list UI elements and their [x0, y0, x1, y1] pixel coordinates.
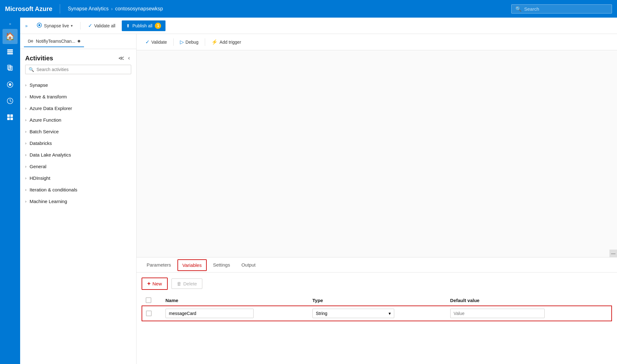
tab-parameters[interactable]: Parameters: [142, 259, 176, 271]
canvas-divider-1: [173, 38, 174, 46]
sidebar-item-monitor[interactable]: [3, 94, 18, 109]
validate-all-label: Validate all: [94, 23, 115, 28]
sidebar-item-storage[interactable]: [3, 45, 18, 60]
activity-chevron-icon-11: ›: [25, 199, 26, 204]
storage-icon: [6, 48, 14, 58]
activity-label-azure-data-explorer: Azure Data Explorer: [30, 106, 72, 111]
tab-settings[interactable]: Settings: [208, 259, 235, 271]
manage-icon: [6, 113, 14, 123]
sidebar-item-documents[interactable]: [3, 62, 18, 77]
activity-chevron-icon-4: ›: [25, 118, 26, 122]
activity-chevron-icon-3: ›: [25, 106, 26, 111]
activity-chevron-icon-8: ›: [25, 164, 26, 169]
svg-rect-4: [8, 66, 12, 70]
activity-label-batch-service: Batch Service: [30, 129, 59, 134]
select-all-checkbox[interactable]: [146, 297, 151, 303]
svg-rect-1: [7, 51, 13, 52]
data-icon: [6, 81, 14, 90]
pipeline-tab-label: NotifiyTeamsChan...: [36, 39, 75, 44]
activities-search-input[interactable]: [36, 67, 128, 72]
svg-rect-0: [7, 49, 13, 51]
trash-icon: 🗑: [177, 281, 182, 286]
var-type-chevron-icon: ▾: [389, 311, 391, 316]
new-variable-button[interactable]: + New: [142, 278, 168, 290]
synapse-live-button[interactable]: Synapse live ▾: [33, 20, 76, 31]
debug-button[interactable]: ▷ Debug: [176, 37, 202, 47]
sidebar-item-manage[interactable]: [3, 111, 18, 126]
activity-label-azure-function: Azure Function: [30, 117, 61, 123]
row-checkbox-cell: [142, 306, 162, 321]
canvas-area: ✓ Validate ▷ Debug ⚡ Add trigger: [137, 34, 617, 364]
activity-item-hdinsight[interactable]: › HDInsight: [20, 172, 136, 184]
pipeline-tab[interactable]: NotifiyTeamsChan...: [24, 36, 84, 47]
table-row: String ▾: [142, 306, 612, 321]
collapse-icons: ≪ ‹: [117, 54, 131, 62]
toolbar-divider-1: [80, 22, 81, 30]
col-header-name: Name: [162, 295, 309, 306]
sidebar-item-home[interactable]: 🏠: [3, 29, 18, 44]
activity-chevron-icon-5: ›: [25, 130, 26, 134]
row-checkbox[interactable]: [146, 311, 152, 316]
activity-item-azure-function[interactable]: › Azure Function: [20, 114, 136, 126]
var-default-input[interactable]: [450, 309, 545, 318]
search-input[interactable]: [524, 6, 608, 12]
svg-rect-11: [10, 114, 13, 117]
tab-output[interactable]: Output: [236, 259, 261, 271]
svg-point-15: [38, 24, 40, 26]
add-trigger-button[interactable]: ⚡ Add trigger: [208, 37, 245, 47]
toolbar-expand-icon[interactable]: »: [25, 23, 28, 28]
activity-chevron-icon-6: ›: [25, 141, 26, 146]
tab-output-label: Output: [241, 262, 255, 267]
workspace-label: contososynapsewksp: [115, 6, 163, 12]
activity-chevron-icon: ›: [25, 83, 26, 87]
topbar-nav: Synapse Analytics › contososynapsewksp: [68, 6, 163, 12]
publish-icon: ⬆: [126, 23, 130, 28]
activity-label-iteration-conditionals: Iteration & conditionals: [30, 187, 77, 192]
activity-item-data-lake-analytics[interactable]: › Data Lake Analytics: [20, 149, 136, 161]
synapse-live-icon: [36, 22, 42, 29]
main-layout: » 🏠: [0, 18, 617, 364]
svg-point-8: [9, 83, 11, 86]
activity-item-machine-learning[interactable]: › Machine Learning: [20, 196, 136, 207]
synapse-live-label: Synapse live: [44, 23, 69, 28]
search-icon: 🔍: [515, 6, 522, 12]
svg-rect-13: [10, 118, 13, 120]
svg-rect-12: [7, 118, 10, 120]
canvas-main: —: [137, 50, 617, 257]
var-type-label: String: [316, 311, 328, 316]
activity-item-azure-data-explorer[interactable]: › Azure Data Explorer: [20, 102, 136, 114]
variables-content: + New 🗑 Delete: [137, 273, 617, 364]
activities-list: › Synapse › Move & transform › Azure Dat…: [20, 78, 136, 364]
tab-settings-label: Settings: [213, 262, 230, 267]
activities-search-box[interactable]: 🔍: [25, 65, 131, 74]
tab-variables-label: Variables: [182, 262, 202, 268]
collapse-single-icon[interactable]: ‹: [127, 54, 131, 62]
pipeline-tab-icon: [28, 38, 33, 44]
validate-all-button[interactable]: ✓ Validate all: [84, 21, 119, 30]
activity-item-batch-service[interactable]: › Batch Service: [20, 126, 136, 137]
canvas-divider-2: [205, 38, 205, 46]
tab-variables[interactable]: Variables: [177, 259, 207, 271]
validate-button[interactable]: ✓ Validate: [142, 37, 171, 47]
collapse-double-icon[interactable]: ≪: [117, 54, 126, 62]
activity-item-synapse[interactable]: › Synapse: [20, 79, 136, 91]
row-name-cell: [162, 306, 309, 321]
svg-rect-2: [7, 53, 13, 54]
activity-item-databricks[interactable]: › Databricks: [20, 137, 136, 149]
activity-item-iteration-conditionals[interactable]: › Iteration & conditionals: [20, 184, 136, 196]
publish-all-button[interactable]: ⬆ Publish all 1: [122, 20, 166, 31]
activities-header: Activities ≪ ‹: [20, 49, 136, 65]
activity-label-databricks: Databricks: [30, 141, 52, 146]
sidebar-item-data[interactable]: [3, 78, 18, 93]
activity-label-hdinsight: HDInsight: [30, 175, 50, 181]
activity-item-general[interactable]: › General: [20, 161, 136, 172]
var-type-select[interactable]: String ▾: [312, 309, 394, 318]
var-name-input[interactable]: [165, 309, 254, 318]
topbar: Microsoft Azure Synapse Analytics › cont…: [0, 0, 617, 18]
activities-panel: NotifiyTeamsChan... Activities ≪ ‹ 🔍: [20, 34, 137, 364]
svg-rect-18: [31, 40, 33, 42]
minimize-handle[interactable]: —: [609, 250, 617, 257]
activity-item-move-transform[interactable]: › Move & transform: [20, 91, 136, 102]
global-search[interactable]: 🔍: [511, 4, 612, 14]
sidebar-expand-button[interactable]: »: [3, 20, 18, 28]
